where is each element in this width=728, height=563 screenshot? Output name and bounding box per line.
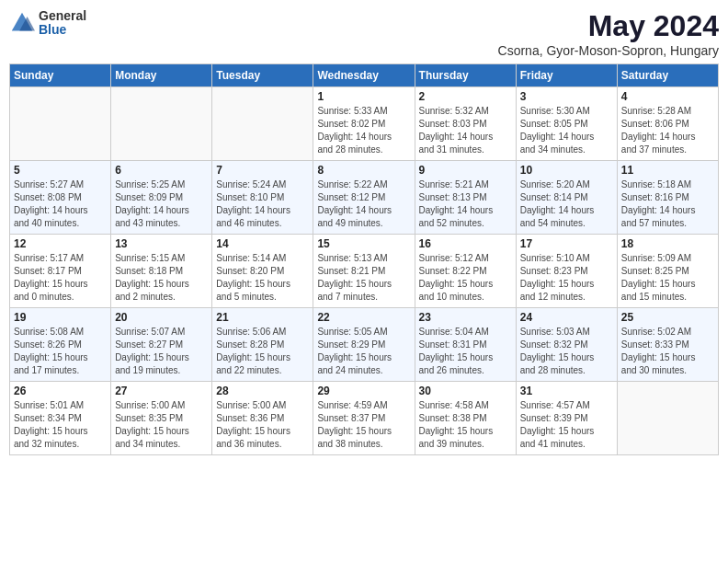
calendar-cell: 8Sunrise: 5:22 AM Sunset: 8:12 PM Daylig… [313, 161, 415, 235]
calendar-cell: 24Sunrise: 5:03 AM Sunset: 8:32 PM Dayli… [516, 308, 617, 382]
calendar-cell: 30Sunrise: 4:58 AM Sunset: 8:38 PM Dayli… [415, 382, 516, 455]
day-info: Sunrise: 5:27 AM Sunset: 8:08 PM Dayligh… [14, 178, 107, 230]
calendar-cell: 15Sunrise: 5:13 AM Sunset: 8:21 PM Dayli… [313, 235, 415, 308]
day-number: 15 [317, 237, 410, 250]
day-info: Sunrise: 5:25 AM Sunset: 8:09 PM Dayligh… [115, 178, 208, 230]
day-info: Sunrise: 5:06 AM Sunset: 8:28 PM Dayligh… [216, 326, 309, 377]
weekday-header-wednesday: Wednesday [313, 64, 415, 87]
day-number: 9 [419, 164, 512, 177]
logo-blue-text: Blue [39, 23, 86, 37]
day-number: 1 [317, 90, 410, 103]
calendar-cell: 21Sunrise: 5:06 AM Sunset: 8:28 PM Dayli… [212, 308, 313, 382]
logo: General Blue [9, 9, 86, 38]
calendar-cell: 26Sunrise: 5:01 AM Sunset: 8:34 PM Dayli… [10, 382, 111, 455]
day-number: 19 [14, 311, 107, 324]
calendar-week-row: 12Sunrise: 5:17 AM Sunset: 8:17 PM Dayli… [10, 235, 719, 308]
day-info: Sunrise: 5:13 AM Sunset: 8:21 PM Dayligh… [317, 252, 410, 304]
weekday-header-friday: Friday [516, 64, 617, 87]
logo-icon [9, 10, 35, 36]
day-number: 18 [621, 237, 714, 250]
day-number: 24 [520, 311, 613, 324]
weekday-header-saturday: Saturday [617, 64, 718, 87]
day-number: 27 [115, 385, 208, 397]
day-number: 5 [14, 164, 107, 177]
day-info: Sunrise: 5:05 AM Sunset: 8:29 PM Dayligh… [317, 326, 410, 377]
day-number: 25 [621, 311, 714, 324]
month-title: May 2024 [498, 9, 719, 43]
day-info: Sunrise: 5:04 AM Sunset: 8:31 PM Dayligh… [419, 326, 512, 377]
day-number: 8 [317, 164, 410, 177]
calendar-cell [111, 87, 212, 161]
day-info: Sunrise: 5:07 AM Sunset: 8:27 PM Dayligh… [115, 326, 208, 377]
calendar-cell: 20Sunrise: 5:07 AM Sunset: 8:27 PM Dayli… [111, 308, 212, 382]
day-number: 31 [520, 385, 613, 397]
day-number: 17 [520, 237, 613, 250]
calendar-cell: 1Sunrise: 5:33 AM Sunset: 8:02 PM Daylig… [313, 87, 415, 161]
calendar-cell: 29Sunrise: 4:59 AM Sunset: 8:37 PM Dayli… [313, 382, 415, 455]
day-number: 13 [115, 237, 208, 250]
weekday-header-sunday: Sunday [10, 64, 111, 87]
day-info: Sunrise: 5:33 AM Sunset: 8:02 PM Dayligh… [317, 105, 410, 156]
day-number: 26 [14, 385, 107, 397]
calendar-week-row: 26Sunrise: 5:01 AM Sunset: 8:34 PM Dayli… [10, 382, 719, 455]
calendar-cell: 28Sunrise: 5:00 AM Sunset: 8:36 PM Dayli… [212, 382, 313, 455]
calendar-cell: 25Sunrise: 5:02 AM Sunset: 8:33 PM Dayli… [617, 308, 718, 382]
calendar-cell: 18Sunrise: 5:09 AM Sunset: 8:25 PM Dayli… [617, 235, 718, 308]
calendar-cell: 19Sunrise: 5:08 AM Sunset: 8:26 PM Dayli… [10, 308, 111, 382]
calendar-table: SundayMondayTuesdayWednesdayThursdayFrid… [9, 63, 719, 455]
weekday-header-row: SundayMondayTuesdayWednesdayThursdayFrid… [10, 64, 719, 87]
calendar-cell: 27Sunrise: 5:00 AM Sunset: 8:35 PM Dayli… [111, 382, 212, 455]
calendar-week-row: 5Sunrise: 5:27 AM Sunset: 8:08 PM Daylig… [10, 161, 719, 235]
day-number: 16 [419, 237, 512, 250]
day-info: Sunrise: 5:20 AM Sunset: 8:14 PM Dayligh… [520, 178, 613, 230]
calendar-cell: 22Sunrise: 5:05 AM Sunset: 8:29 PM Dayli… [313, 308, 415, 382]
calendar-cell: 4Sunrise: 5:28 AM Sunset: 8:06 PM Daylig… [617, 87, 718, 161]
calendar-cell [212, 87, 313, 161]
day-info: Sunrise: 5:02 AM Sunset: 8:33 PM Dayligh… [621, 326, 714, 377]
day-info: Sunrise: 5:14 AM Sunset: 8:20 PM Dayligh… [216, 252, 309, 304]
calendar-cell: 23Sunrise: 5:04 AM Sunset: 8:31 PM Dayli… [415, 308, 516, 382]
weekday-header-tuesday: Tuesday [212, 64, 313, 87]
day-info: Sunrise: 5:01 AM Sunset: 8:34 PM Dayligh… [14, 399, 107, 451]
day-number: 12 [14, 237, 107, 250]
calendar-cell [10, 87, 111, 161]
calendar-cell: 7Sunrise: 5:24 AM Sunset: 8:10 PM Daylig… [212, 161, 313, 235]
day-info: Sunrise: 5:10 AM Sunset: 8:23 PM Dayligh… [520, 252, 613, 304]
day-number: 28 [216, 385, 309, 397]
logo-general-text: General [39, 9, 86, 23]
logo-text: General Blue [39, 9, 86, 38]
day-number: 21 [216, 311, 309, 324]
day-info: Sunrise: 5:15 AM Sunset: 8:18 PM Dayligh… [115, 252, 208, 304]
weekday-header-monday: Monday [111, 64, 212, 87]
calendar-cell: 5Sunrise: 5:27 AM Sunset: 8:08 PM Daylig… [10, 161, 111, 235]
calendar-week-row: 19Sunrise: 5:08 AM Sunset: 8:26 PM Dayli… [10, 308, 719, 382]
day-info: Sunrise: 4:57 AM Sunset: 8:39 PM Dayligh… [520, 399, 613, 451]
day-number: 10 [520, 164, 613, 177]
calendar-cell: 2Sunrise: 5:32 AM Sunset: 8:03 PM Daylig… [415, 87, 516, 161]
title-area: May 2024 Csorna, Gyor-Moson-Sopron, Hung… [498, 9, 719, 58]
calendar-cell: 14Sunrise: 5:14 AM Sunset: 8:20 PM Dayli… [212, 235, 313, 308]
day-info: Sunrise: 5:21 AM Sunset: 8:13 PM Dayligh… [419, 178, 512, 230]
day-info: Sunrise: 5:03 AM Sunset: 8:32 PM Dayligh… [520, 326, 613, 377]
calendar-week-row: 1Sunrise: 5:33 AM Sunset: 8:02 PM Daylig… [10, 87, 719, 161]
calendar-cell: 11Sunrise: 5:18 AM Sunset: 8:16 PM Dayli… [617, 161, 718, 235]
day-number: 11 [621, 164, 714, 177]
day-info: Sunrise: 5:09 AM Sunset: 8:25 PM Dayligh… [621, 252, 714, 304]
calendar-cell: 10Sunrise: 5:20 AM Sunset: 8:14 PM Dayli… [516, 161, 617, 235]
calendar-cell: 3Sunrise: 5:30 AM Sunset: 8:05 PM Daylig… [516, 87, 617, 161]
day-number: 22 [317, 311, 410, 324]
location-text: Csorna, Gyor-Moson-Sopron, Hungary [498, 43, 719, 58]
day-info: Sunrise: 5:18 AM Sunset: 8:16 PM Dayligh… [621, 178, 714, 230]
calendar-cell [617, 382, 718, 455]
calendar-cell: 6Sunrise: 5:25 AM Sunset: 8:09 PM Daylig… [111, 161, 212, 235]
day-number: 4 [621, 90, 714, 103]
page-header: General Blue May 2024 Csorna, Gyor-Moson… [9, 9, 719, 58]
calendar-cell: 31Sunrise: 4:57 AM Sunset: 8:39 PM Dayli… [516, 382, 617, 455]
day-info: Sunrise: 5:30 AM Sunset: 8:05 PM Dayligh… [520, 105, 613, 156]
day-info: Sunrise: 4:58 AM Sunset: 8:38 PM Dayligh… [419, 399, 512, 451]
calendar-cell: 16Sunrise: 5:12 AM Sunset: 8:22 PM Dayli… [415, 235, 516, 308]
day-number: 14 [216, 237, 309, 250]
calendar-cell: 17Sunrise: 5:10 AM Sunset: 8:23 PM Dayli… [516, 235, 617, 308]
day-info: Sunrise: 5:32 AM Sunset: 8:03 PM Dayligh… [419, 105, 512, 156]
day-number: 29 [317, 385, 410, 397]
